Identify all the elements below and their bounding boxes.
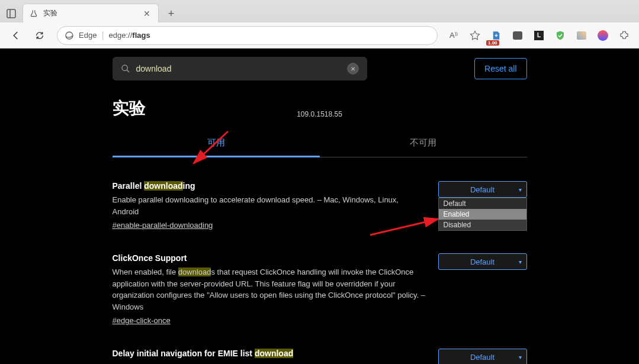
reset-all-button[interactable]: Reset all <box>474 58 526 79</box>
svg-line-4 <box>127 70 129 72</box>
svg-rect-0 <box>7 9 15 18</box>
browser-tab[interactable]: 实验 ✕ <box>23 4 159 22</box>
ext-icon-shield[interactable] <box>551 27 569 44</box>
flag-dropdown: DefaultEnabledDisabled <box>438 198 527 231</box>
refresh-button[interactable] <box>30 25 50 46</box>
ext-icon-avatar[interactable] <box>594 27 612 44</box>
back-button[interactable] <box>6 25 26 46</box>
flag-select[interactable]: Default <box>438 349 527 364</box>
flag-anchor[interactable]: #edge-click-once <box>113 316 426 325</box>
flag-item: ClickOnce SupportWhen enabled, file down… <box>113 253 527 325</box>
addr-source-label: Edge <box>79 31 97 40</box>
dropdown-option[interactable]: Default <box>439 198 526 209</box>
download-badge: 1.00 <box>486 40 499 46</box>
read-aloud-icon[interactable]: A)) <box>445 27 463 44</box>
flag-select[interactable]: Default <box>438 181 527 198</box>
new-tab-button[interactable]: + <box>162 5 180 22</box>
flag-description: When enabled, file downloads that reques… <box>113 266 426 313</box>
dropdown-option[interactable]: Enabled <box>439 209 526 220</box>
flag-anchor[interactable]: #enable-parallel-downloading <box>113 221 426 230</box>
extensions-icon[interactable] <box>615 27 633 44</box>
addr-url: edge://flags <box>109 31 150 40</box>
tabs-row: 可用 不可用 <box>113 130 527 157</box>
favorite-icon[interactable] <box>466 27 484 44</box>
flag-select[interactable]: Default <box>438 253 527 270</box>
tab-actions-icon[interactable] <box>2 5 20 22</box>
flag-description: When the browser is launched, delay the … <box>113 362 426 364</box>
dropdown-option[interactable]: Disabled <box>439 220 526 230</box>
flags-page: ✕ Reset all 实验 109.0.1518.55 可用 不可用 Para… <box>0 49 639 364</box>
download-manager-icon[interactable]: 1.00 <box>487 27 505 44</box>
browser-tab-strip: 实验 ✕ + <box>0 0 639 22</box>
tab-unavailable[interactable]: 不可用 <box>320 130 527 157</box>
flask-icon <box>29 9 38 18</box>
page-title: 实验 <box>113 97 146 120</box>
ext-icon-1[interactable] <box>509 27 526 44</box>
flag-item: Parallel downloadingEnable parallel down… <box>113 181 527 230</box>
address-bar: Edge | edge://flags A)) 1.00 L <box>0 22 639 49</box>
flag-title: ClickOnce Support <box>113 253 426 263</box>
tab-available[interactable]: 可用 <box>113 130 320 157</box>
flag-item: Delay initial navigation for EMIE list d… <box>113 349 527 364</box>
version-label: 109.0.1518.55 <box>113 110 527 118</box>
close-icon[interactable]: ✕ <box>142 8 152 19</box>
edge-icon <box>65 31 74 40</box>
address-field[interactable]: Edge | edge://flags <box>57 26 438 45</box>
svg-point-3 <box>122 65 127 70</box>
search-input[interactable] <box>136 64 341 73</box>
ext-icon-picture[interactable] <box>573 27 590 44</box>
search-box[interactable]: ✕ <box>113 57 367 80</box>
ext-icon-2[interactable]: L <box>530 27 548 44</box>
flag-title: Parallel downloading <box>113 181 426 191</box>
flag-description: Enable parallel downloading to accelerat… <box>113 194 426 217</box>
tab-title: 实验 <box>43 8 137 18</box>
flag-title: Delay initial navigation for EMIE list d… <box>113 349 426 358</box>
svg-point-2 <box>66 32 73 39</box>
addr-separator: | <box>101 30 104 41</box>
search-icon <box>121 64 130 73</box>
clear-icon[interactable]: ✕ <box>347 63 359 75</box>
